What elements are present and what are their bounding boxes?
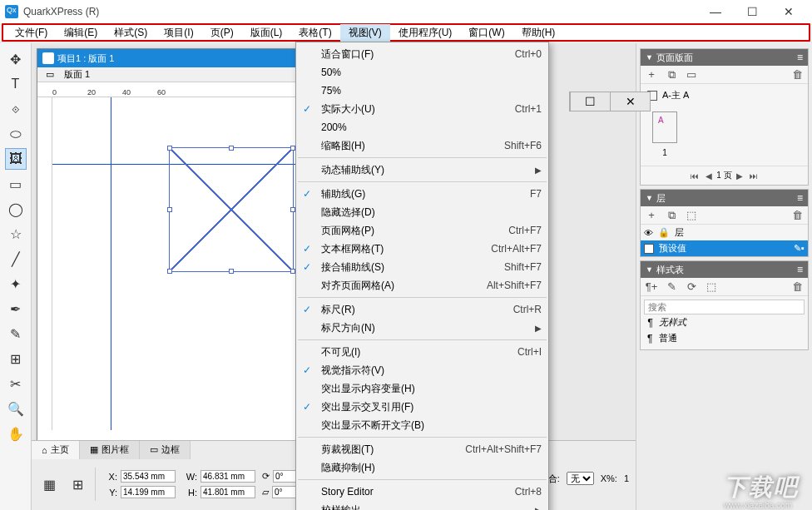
- shape-tool-icon[interactable]: ⬭: [5, 123, 27, 145]
- visibility-icon[interactable]: 👁: [644, 228, 653, 238]
- scissors-tool-icon[interactable]: ✂: [5, 373, 27, 394]
- delete-page-icon[interactable]: 🗑: [790, 67, 805, 82]
- tab-home[interactable]: ⌂主页: [32, 441, 80, 459]
- minimize-button[interactable]: —: [697, 0, 734, 23]
- duplicate-page-icon[interactable]: ⧉: [664, 67, 679, 82]
- grid-icon[interactable]: ⊞: [67, 473, 88, 495]
- h-input[interactable]: [201, 486, 255, 498]
- secondary-close-button[interactable]: ✕: [610, 92, 650, 111]
- menu-page[interactable]: 页(P): [202, 24, 242, 42]
- style-row[interactable]: ¶ 无样式: [644, 314, 805, 330]
- maximize-button[interactable]: ☐: [734, 0, 770, 23]
- selected-image-box[interactable]: [169, 147, 294, 272]
- add-page-icon[interactable]: +: [644, 67, 659, 82]
- menu-layout[interactable]: 版面(L): [242, 24, 291, 42]
- menu-item[interactable]: 不可见(I)Ctrl+I: [296, 343, 548, 361]
- menu-item[interactable]: 剪裁视图(T)Ctrl+Alt+Shift+F7: [296, 440, 548, 458]
- menu-item[interactable]: ✓文本框网格(T)Ctrl+Alt+F7: [296, 240, 548, 258]
- secondary-maximize-button[interactable]: ☐: [570, 92, 610, 111]
- menu-view[interactable]: 视图(V): [340, 24, 390, 42]
- doc-tab[interactable]: 版面 1: [59, 68, 95, 81]
- menu-window[interactable]: 窗口(W): [460, 24, 512, 42]
- menu-item[interactable]: 隐藏选择(D): [296, 203, 548, 221]
- y-input[interactable]: [121, 486, 176, 498]
- menu-utilities[interactable]: 使用程序(U): [390, 24, 461, 42]
- line-tool-icon[interactable]: ╱: [5, 248, 27, 270]
- w-input[interactable]: [201, 470, 255, 483]
- delete-style-icon[interactable]: 🗑: [790, 280, 805, 295]
- lock-icon[interactable]: 🔒: [658, 227, 670, 238]
- menu-item[interactable]: 隐藏抑制(H): [296, 458, 548, 477]
- menu-item[interactable]: 50%: [296, 63, 548, 82]
- menu-item[interactable]: 200%: [296, 118, 548, 136]
- zoom-tool-icon[interactable]: 🔍: [5, 398, 27, 419]
- update-style-icon[interactable]: ⟳: [684, 280, 699, 295]
- layer-option-icon[interactable]: ⬚: [684, 208, 699, 223]
- text-tool-icon[interactable]: T: [5, 73, 27, 95]
- menu-item[interactable]: Story EditorCtrl+8: [296, 483, 548, 501]
- menu-item[interactable]: 页面网格(P)Ctrl+F7: [296, 221, 548, 240]
- merge-layer-icon[interactable]: ⧉: [664, 208, 679, 223]
- menu-item[interactable]: ✓实际大小(U)Ctrl+1: [296, 100, 548, 118]
- pan-tool-icon[interactable]: ✋: [5, 423, 27, 444]
- menu-item[interactable]: ✓标尺(R)Ctrl+R: [296, 300, 548, 319]
- menu-item[interactable]: 标尺方向(N)▶: [296, 319, 548, 337]
- star-tool-icon[interactable]: ☆: [5, 223, 27, 245]
- style-row[interactable]: ¶ 普通: [644, 330, 805, 346]
- bezier-tool-icon[interactable]: ✒: [5, 298, 27, 319]
- rect-tool-icon[interactable]: ▭: [5, 173, 27, 195]
- pencil-tool-icon[interactable]: ✎: [5, 323, 27, 344]
- edit-style-icon[interactable]: ✎: [664, 280, 679, 295]
- page-nav-next-icon[interactable]: ▶: [734, 171, 745, 181]
- menu-edit[interactable]: 编辑(E): [56, 24, 106, 42]
- anchor-tool-icon[interactable]: ✦: [5, 273, 27, 295]
- tab-border[interactable]: ▭边框: [140, 441, 191, 459]
- tab-image-frame[interactable]: ▦图片框: [80, 441, 140, 459]
- panel-menu-icon[interactable]: ≡: [797, 264, 803, 275]
- menu-item[interactable]: 缩略图(H)Shift+F6: [296, 136, 548, 155]
- link-tool-icon[interactable]: ⟐: [5, 98, 27, 120]
- page-options-icon[interactable]: ▭: [684, 67, 699, 82]
- table-tool-icon[interactable]: ⊞: [5, 348, 27, 369]
- menu-item[interactable]: 适合窗口(F)Ctrl+0: [296, 45, 548, 63]
- master-page-label[interactable]: A-主 A: [662, 89, 689, 102]
- menu-style[interactable]: 样式(S): [106, 24, 156, 42]
- page-nav-prev-icon[interactable]: ◀: [703, 171, 715, 181]
- image-tool-icon[interactable]: 🖼: [5, 148, 27, 170]
- guide-vertical[interactable]: [111, 97, 111, 430]
- menu-item[interactable]: ✓接合辅助线(S)Shift+F7: [296, 258, 548, 276]
- menu-item[interactable]: 对齐页面网格(A)Alt+Shift+F7: [296, 276, 548, 295]
- menu-item[interactable]: 动态辅助线(Y)▶: [296, 161, 548, 179]
- style-search-input[interactable]: [644, 300, 805, 314]
- menu-item[interactable]: 75%: [296, 82, 548, 100]
- menu-item[interactable]: 校样输出▶: [296, 501, 548, 510]
- edit-layer-icon[interactable]: ✎▪: [794, 243, 805, 254]
- fit-select[interactable]: 无: [567, 472, 594, 485]
- x-input[interactable]: [121, 470, 176, 483]
- layer-row[interactable]: 预设值 ✎▪: [641, 240, 808, 256]
- add-layer-icon[interactable]: +: [644, 208, 659, 223]
- menu-table[interactable]: 表格(T): [290, 24, 339, 42]
- menu-item[interactable]: ✓视觉指示符(V): [296, 361, 548, 379]
- delete-layer-icon[interactable]: 🗑: [790, 208, 805, 223]
- menu-item[interactable]: ✓辅助线(G)F7: [296, 185, 548, 203]
- circle-tool-icon[interactable]: ◯: [5, 198, 27, 220]
- menu-item-project[interactable]: 项目(I): [156, 24, 201, 42]
- menu-help[interactable]: 帮助(H): [513, 24, 564, 42]
- panel-menu-icon[interactable]: ≡: [797, 192, 803, 204]
- menu-item[interactable]: 突出显示不断开文字(B): [296, 416, 548, 434]
- move-tool-icon[interactable]: ✥: [5, 48, 27, 70]
- page-thumbnail[interactable]: A: [652, 111, 677, 143]
- panel-menu-icon[interactable]: ≡: [797, 52, 803, 63]
- add-style-icon[interactable]: ¶+: [644, 280, 659, 295]
- menu-item[interactable]: ✓突出显示交叉引用(F): [296, 398, 548, 416]
- close-button[interactable]: ✕: [770, 0, 807, 23]
- menu-item[interactable]: 突出显示内容变量(H): [296, 379, 548, 398]
- style-option-icon[interactable]: ⬚: [704, 280, 719, 295]
- canvas[interactable]: [52, 97, 299, 430]
- menu-file[interactable]: 文件(F): [7, 24, 56, 42]
- box-icon[interactable]: ▦: [38, 473, 60, 495]
- page-nav-first-icon[interactable]: ⏮: [688, 171, 701, 181]
- layer-row[interactable]: 👁 🔒 层: [641, 225, 808, 240]
- page-nav-last-icon[interactable]: ⏭: [747, 171, 760, 181]
